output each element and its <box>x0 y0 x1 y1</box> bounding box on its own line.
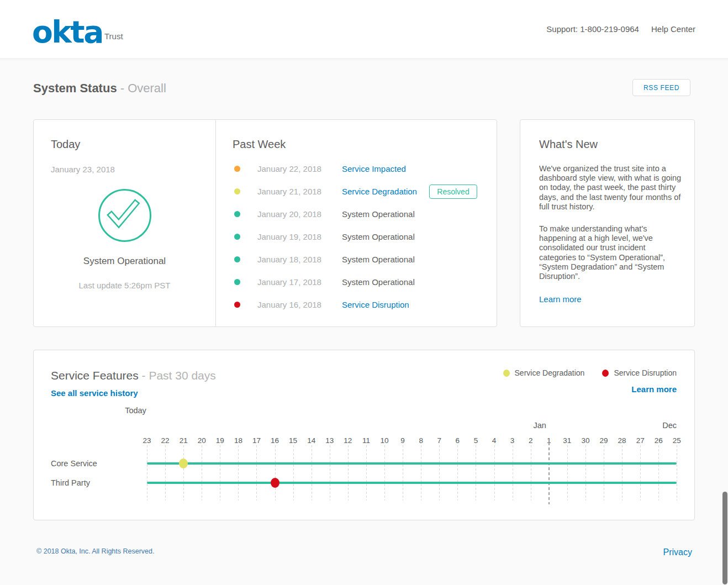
help-center-link[interactable]: Help Center <box>651 24 695 34</box>
day-gridline <box>220 445 220 500</box>
page-subtitle: - Overall <box>117 81 166 95</box>
past-week-row: January 19, 2018 System Operational <box>216 230 497 244</box>
tick-label-19: 19 <box>212 436 228 445</box>
status-disruption-dot-icon <box>234 302 240 308</box>
day-gridline <box>147 445 147 500</box>
status-operational-dot-icon <box>234 234 240 240</box>
day-gridline <box>238 445 239 500</box>
day-gridline <box>658 445 659 500</box>
chart-legend: Service Degradation Service Disruption <box>503 368 677 377</box>
past-week-card: Past Week January 22, 2018 Service Impac… <box>216 120 497 326</box>
tick-label-21: 21 <box>175 436 192 445</box>
past-week-row: January 22, 2018 Service Impacted <box>216 162 497 176</box>
row-status-link[interactable]: Service Disruption <box>342 300 409 309</box>
tick-label-4: 4 <box>486 436 503 445</box>
today-status: System Operational <box>34 256 215 267</box>
whats-new-card: What's New We've organized the trust sit… <box>520 119 695 327</box>
tick-label-13: 13 <box>321 436 338 445</box>
tick-label-7: 7 <box>431 436 447 445</box>
legend-degradation-label: Service Degradation <box>515 368 585 377</box>
resolved-badge: Resolved <box>429 185 477 199</box>
day-gridline <box>421 445 421 500</box>
row-date: January 16, 2018 <box>257 300 321 309</box>
see-all-service-history-link[interactable]: See all service history <box>51 388 138 398</box>
day-gridline <box>622 445 623 500</box>
tick-label-15: 15 <box>285 436 302 445</box>
legend-disruption-label: Service Disruption <box>614 368 677 377</box>
tick-label-27: 27 <box>632 436 648 445</box>
status-operational-dot-icon <box>234 279 240 285</box>
day-gridline <box>640 445 641 500</box>
row-status: System Operational <box>342 209 415 219</box>
row-status: System Operational <box>342 255 415 264</box>
whats-new-paragraph-1: We've organized the trust site into a da… <box>539 164 681 212</box>
whats-new-paragraph-2: To make understanding what's happening a… <box>539 224 665 281</box>
day-gridline <box>312 445 312 500</box>
tick-label-3: 3 <box>504 436 521 445</box>
scrollbar-thumb[interactable] <box>722 492 727 584</box>
footer-copyright: © 2018 Okta, Inc. All Rights Reserved. <box>36 547 154 555</box>
row-status-link[interactable]: Service Degradation <box>342 187 417 196</box>
past-week-row: January 18, 2018 System Operational <box>216 252 497 267</box>
event-dot-service-degradation[interactable] <box>179 458 188 468</box>
tick-label-11: 11 <box>358 436 374 445</box>
day-gridline <box>531 445 531 500</box>
day-gridline <box>275 445 276 500</box>
service-features-heading: Service Features - Past 30 days <box>51 368 216 383</box>
tick-label-22: 22 <box>157 436 173 445</box>
tick-label-20: 20 <box>193 436 210 445</box>
whats-new-learn-more-link[interactable]: Learn more <box>539 294 582 304</box>
tick-label-10: 10 <box>376 436 393 445</box>
row-date: January 19, 2018 <box>257 232 321 241</box>
past-week-row: January 16, 2018 Service Disruption <box>216 298 497 312</box>
tick-label-17: 17 <box>248 436 265 445</box>
past-week-row: January 21, 2018 Service Degradation Res… <box>216 185 497 199</box>
past-week-row: January 20, 2018 System Operational <box>216 207 497 222</box>
tick-label-12: 12 <box>340 436 356 445</box>
day-gridline <box>348 445 349 500</box>
chart-learn-more-link[interactable]: Learn more <box>631 384 677 394</box>
today-last-update: Last update 5:26pm PST <box>34 281 215 290</box>
month-label-jan: Jan <box>534 421 546 430</box>
legend-degradation-dot-icon <box>503 370 510 377</box>
past-week-heading: Past Week <box>233 137 286 151</box>
day-gridline <box>165 445 166 500</box>
tick-label-28: 28 <box>614 436 630 445</box>
system-operational-check-icon <box>98 189 151 242</box>
day-gridline <box>403 445 403 500</box>
privacy-link[interactable]: Privacy <box>663 547 692 557</box>
tick-label-31: 31 <box>559 436 576 445</box>
event-dot-service-disruption[interactable] <box>271 478 279 488</box>
tick-label-26: 26 <box>650 436 667 445</box>
day-gridline <box>604 445 604 500</box>
row-date: January 20, 2018 <box>257 209 321 219</box>
header-shadow <box>0 58 728 61</box>
row-date: January 17, 2018 <box>257 277 321 287</box>
row-status: System Operational <box>342 232 415 241</box>
status-cards: Today January 23, 2018 System Operationa… <box>33 119 497 327</box>
series-label-core-service: Core Service <box>51 459 97 468</box>
tick-label-5: 5 <box>467 436 484 445</box>
row-date: January 21, 2018 <box>257 187 321 196</box>
month-label-dec: Dec <box>662 421 677 430</box>
day-gridline <box>585 445 586 500</box>
tick-label-8: 8 <box>413 436 429 445</box>
day-gridline <box>439 445 440 500</box>
today-date: January 23, 2018 <box>51 165 115 174</box>
tick-label-30: 30 <box>577 436 594 445</box>
tick-label-23: 23 <box>139 436 155 445</box>
day-gridline <box>183 445 184 500</box>
day-gridline <box>256 445 257 500</box>
row-status: System Operational <box>342 277 415 287</box>
rss-feed-button[interactable]: RSS FEED <box>632 79 690 96</box>
today-heading: Today <box>51 137 80 151</box>
tick-label-14: 14 <box>303 436 320 445</box>
series-line-third-party <box>147 482 677 484</box>
row-status-link[interactable]: Service Impacted <box>342 164 406 173</box>
day-gridline <box>567 445 568 500</box>
tick-label-9: 9 <box>394 436 411 445</box>
past-week-row: January 17, 2018 System Operational <box>216 275 497 289</box>
series-line-core-service <box>147 462 677 465</box>
page-title-row: System Status - Overall <box>33 81 166 96</box>
day-gridline <box>476 445 476 500</box>
